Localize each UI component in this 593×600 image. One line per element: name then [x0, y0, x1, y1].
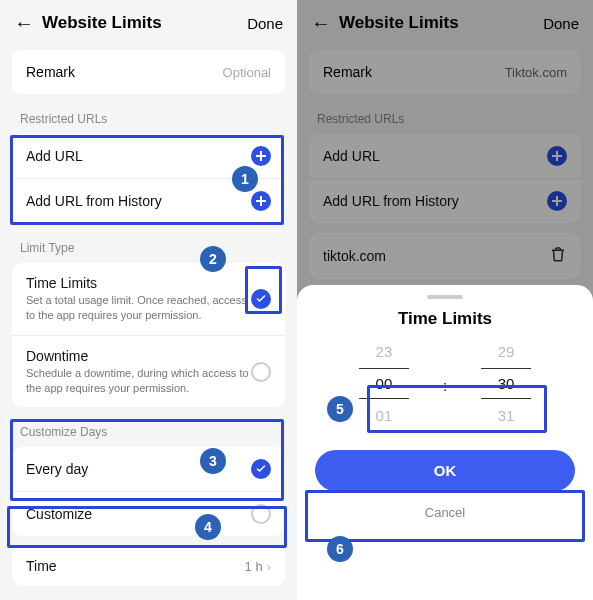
section-restricted: Restricted URLs: [0, 104, 297, 130]
picker-separator: :: [443, 373, 447, 394]
plus-icon[interactable]: [251, 146, 271, 166]
days-card: Every day Customize: [12, 447, 285, 536]
done-button[interactable]: Done: [247, 15, 283, 32]
mins-next: 31: [498, 407, 515, 424]
add-url-history-label: Add URL from History: [26, 193, 251, 209]
url-entry-card: tiktok.com: [309, 233, 581, 279]
downtime-sub: Schedule a downtime, during which access…: [26, 366, 251, 396]
header: ← Website Limits Done: [297, 0, 593, 46]
remark-card[interactable]: Remark Optional: [12, 50, 285, 94]
remark-label: Remark: [323, 64, 505, 80]
plus-icon[interactable]: [251, 191, 271, 211]
remark-value: Tiktok.com: [505, 65, 567, 80]
everyday-label: Every day: [26, 461, 251, 477]
mins-prev: 29: [498, 343, 515, 360]
add-url-label: Add URL: [323, 148, 547, 164]
urls-card: Add URL Add URL from History: [309, 134, 581, 223]
remark-label: Remark: [26, 64, 223, 80]
add-url-label: Add URL: [26, 148, 251, 164]
mins-selected: 30: [481, 368, 531, 399]
downtime-title: Downtime: [26, 348, 251, 364]
page-title: Website Limits: [42, 13, 247, 33]
time-row[interactable]: Time 1 h ›: [12, 546, 285, 586]
check-icon[interactable]: [251, 459, 271, 479]
time-value: 1 h: [245, 559, 263, 574]
sheet-handle-icon[interactable]: [427, 295, 463, 299]
remark-placeholder: Optional: [223, 65, 271, 80]
sheet-title: Time Limits: [297, 309, 593, 329]
hours-next: 01: [376, 407, 393, 424]
add-url-history-label: Add URL from History: [323, 193, 547, 209]
hours-selected: 00: [359, 368, 409, 399]
add-url-history-row[interactable]: Add URL from History: [309, 178, 581, 223]
section-restricted: Restricted URLs: [297, 104, 593, 130]
done-button[interactable]: Done: [543, 15, 579, 32]
right-pane: ← Website Limits Done Remark Tiktok.com …: [297, 0, 593, 600]
time-limits-sub: Set a total usage limit. Once reached, a…: [26, 293, 251, 323]
ok-button[interactable]: OK: [315, 450, 575, 491]
section-limit-type: Limit Type: [0, 233, 297, 259]
add-url-row[interactable]: Add URL: [12, 134, 285, 178]
radio-empty-icon[interactable]: [251, 362, 271, 382]
time-limits-row[interactable]: Time Limits Set a total usage limit. Onc…: [12, 263, 285, 335]
downtime-row[interactable]: Downtime Schedule a downtime, during whi…: [12, 335, 285, 408]
customize-row[interactable]: Customize: [12, 491, 285, 536]
radio-empty-icon[interactable]: [251, 504, 271, 524]
cancel-button[interactable]: Cancel: [297, 505, 593, 520]
page-title: Website Limits: [339, 13, 543, 33]
header: ← Website Limits Done: [0, 0, 297, 46]
everyday-row[interactable]: Every day: [12, 447, 285, 491]
plus-icon[interactable]: [547, 191, 567, 211]
time-picker[interactable]: 23 00 01 : 29 30 31: [297, 343, 593, 424]
chevron-right-icon: ›: [267, 559, 271, 574]
time-label: Time: [26, 558, 245, 574]
urls-card: Add URL Add URL from History: [12, 134, 285, 223]
time-limits-title: Time Limits: [26, 275, 251, 291]
back-arrow-icon[interactable]: ←: [14, 12, 34, 35]
customize-label: Customize: [26, 506, 251, 522]
back-arrow-icon[interactable]: ←: [311, 12, 331, 35]
section-customize-days: Customize Days: [0, 417, 297, 443]
left-pane: ← Website Limits Done Remark Optional Re…: [0, 0, 297, 600]
minutes-column[interactable]: 29 30 31: [483, 343, 529, 424]
url-entry-row[interactable]: tiktok.com: [309, 233, 581, 279]
limit-type-card: Time Limits Set a total usage limit. Onc…: [12, 263, 285, 407]
add-url-row[interactable]: Add URL: [309, 134, 581, 178]
plus-icon[interactable]: [547, 146, 567, 166]
hours-column[interactable]: 23 00 01: [361, 343, 407, 424]
time-card[interactable]: Time 1 h ›: [12, 546, 285, 586]
remark-card[interactable]: Remark Tiktok.com: [309, 50, 581, 94]
time-picker-sheet: Time Limits 23 00 01 : 29 30 31 OK Cance…: [297, 285, 593, 600]
add-url-history-row[interactable]: Add URL from History: [12, 178, 285, 223]
trash-icon[interactable]: [549, 245, 567, 267]
hours-prev: 23: [376, 343, 393, 360]
url-entry-label: tiktok.com: [323, 248, 549, 264]
check-icon[interactable]: [251, 289, 271, 309]
